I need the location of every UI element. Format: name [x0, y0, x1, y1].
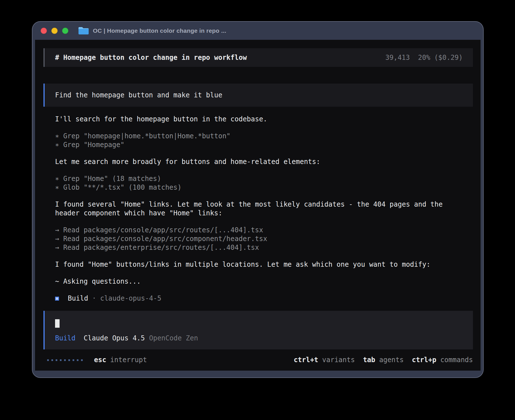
folder-icon — [78, 26, 89, 35]
window-title: OC | Homepage button color change in rep… — [93, 27, 226, 34]
context-percent: 20% — [418, 53, 430, 62]
spinner-dots-icon — [47, 359, 83, 361]
conversation: I'll search for the homepage button in t… — [55, 115, 467, 303]
tool-call-glob: ∗ Glob "**/*.tsx" (100 matches) — [55, 183, 467, 192]
hint-key-ctrl-t: ctrl+t — [294, 356, 318, 364]
session-header: # Homepage button color change in repo w… — [43, 48, 473, 67]
tool-call-group: ∗ Grep "Home" (18 matches) ∗ Glob "**/*.… — [55, 174, 467, 192]
hint-agents: tab agents — [363, 356, 404, 364]
tool-call-read: → Read packages/console/app/src/routes/[… — [55, 226, 467, 235]
traffic-lights — [41, 28, 68, 34]
status-separator: · — [92, 294, 96, 303]
pending-tool-status: ~ Asking questions... — [55, 277, 467, 286]
terminal-content: # Homepage button color change in repo w… — [35, 40, 481, 371]
tool-call-group: ∗ Grep "homepage|home.*button|Home.*butt… — [55, 132, 467, 149]
status-bar: esc interrupt ctrl+t variants tab agents… — [43, 356, 473, 364]
tool-call-read: → Read packages/enterprise/src/routes/[.… — [55, 243, 467, 252]
agent-name: Build — [68, 294, 88, 303]
hint-commands: ctrl+p commands — [412, 356, 473, 364]
terminal-window: OC | Homepage button color change in rep… — [32, 21, 484, 378]
hint-label-commands: commands — [440, 356, 473, 364]
close-button-icon[interactable] — [41, 28, 47, 34]
input-agent-label[interactable]: Build — [55, 334, 75, 343]
maximize-button-icon[interactable] — [62, 28, 68, 34]
model-name: claude-opus-4-5 — [100, 294, 162, 303]
agent-status-row: Build · claude-opus-4-5 — [55, 294, 467, 303]
input-provider-label: OpenCode Zen — [149, 334, 198, 343]
hint-key-ctrl-p: ctrl+p — [412, 356, 437, 364]
agent-build-icon — [55, 297, 59, 301]
hint-key-tab: tab — [363, 356, 375, 364]
hint-label-interrupt: interrupt — [110, 356, 147, 364]
hint-label-agents: agents — [379, 356, 404, 364]
minimize-button-icon[interactable] — [51, 28, 58, 34]
hint-label-variants: variants — [322, 356, 355, 364]
session-title: # Homepage button color change in repo w… — [55, 53, 247, 62]
input-status-row: Build Claude Opus 4.5 OpenCode Zen — [55, 334, 463, 343]
user-message: Find the homepage button and make it blu… — [43, 84, 473, 107]
assistant-paragraph: I'll search for the homepage button in t… — [55, 115, 467, 124]
assistant-paragraph: I found several "Home" links. Let me loo… — [55, 200, 467, 218]
hint-key-esc: esc — [94, 356, 106, 364]
hint-variants: ctrl+t variants — [294, 356, 355, 364]
input-model-label[interactable]: Claude Opus 4.5 — [84, 334, 145, 343]
prompt-input[interactable]: Build Claude Opus 4.5 OpenCode Zen — [43, 311, 473, 349]
tool-call-group: → Read packages/console/app/src/routes/[… — [55, 226, 467, 252]
status-bar-left: esc interrupt — [43, 356, 147, 364]
tool-call-grep: ∗ Grep "Homepage" — [55, 141, 467, 149]
assistant-paragraph: I found "Home" buttons/links in multiple… — [55, 260, 467, 269]
tool-call-grep: ∗ Grep "Home" (18 matches) — [55, 174, 467, 183]
assistant-paragraph: Let me search more broadly for buttons a… — [55, 158, 467, 166]
token-count: 39,413 — [385, 53, 410, 62]
titlebar[interactable]: OC | Homepage button color change in rep… — [32, 22, 483, 40]
tool-call-grep: ∗ Grep "homepage|home.*button|Home.*butt… — [55, 132, 467, 141]
tool-call-read: → Read packages/console/app/src/componen… — [55, 235, 467, 243]
user-message-text: Find the homepage button and make it blu… — [55, 91, 222, 100]
text-cursor-icon — [55, 319, 60, 328]
status-bar-right: ctrl+t variants tab agents ctrl+p comman… — [294, 356, 473, 364]
session-cost: ($0.29) — [434, 53, 463, 62]
session-stats: 39,413 20% ($0.29) — [385, 53, 463, 62]
